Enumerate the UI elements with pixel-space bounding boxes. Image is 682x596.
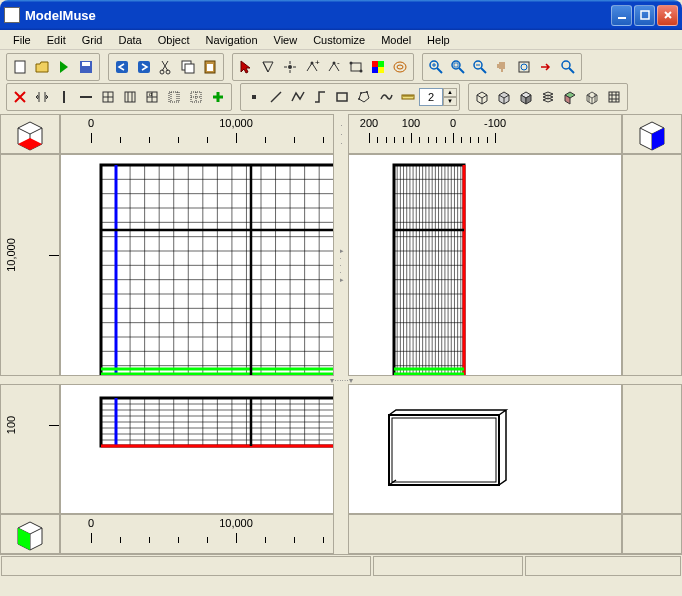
svg-text:α: α (149, 91, 153, 97)
paste-icon[interactable] (199, 56, 221, 78)
measure-icon[interactable] (397, 86, 419, 108)
show-grid-icon[interactable] (603, 86, 625, 108)
menu-customize[interactable]: Customize (306, 32, 372, 48)
splitter-vertical-bottom[interactable] (334, 384, 348, 514)
straight-line-icon[interactable] (309, 86, 331, 108)
viewport-top[interactable] (60, 154, 334, 376)
menu-view[interactable]: View (267, 32, 305, 48)
svg-point-19 (350, 62, 353, 65)
statusbar (0, 554, 682, 576)
zoom-out-icon[interactable] (469, 56, 491, 78)
grid-angle-icon[interactable]: α (141, 86, 163, 108)
svg-rect-22 (378, 61, 384, 67)
select-point-icon[interactable] (279, 56, 301, 78)
zoom-box-icon[interactable] (447, 56, 469, 78)
polygon-icon[interactable] (353, 86, 375, 108)
side-view-cube[interactable] (0, 514, 60, 554)
menu-edit[interactable]: Edit (40, 32, 73, 48)
vertex-remove-icon[interactable]: - (323, 56, 345, 78)
minimize-button[interactable] (611, 5, 632, 26)
viewport-side[interactable] (60, 384, 334, 514)
svg-rect-41 (337, 93, 347, 101)
run-icon[interactable] (53, 56, 75, 78)
contour-icon[interactable] (389, 56, 411, 78)
rectangle-icon[interactable] (331, 86, 353, 108)
line-icon[interactable] (265, 86, 287, 108)
3d-color-icon[interactable] (559, 86, 581, 108)
edit-vertices-icon[interactable] (345, 56, 367, 78)
3d-grid-icon[interactable] (581, 86, 603, 108)
splitter-vertical[interactable]: ··· (334, 114, 348, 154)
zoom-extents-icon[interactable] (557, 56, 579, 78)
menu-navigation[interactable]: Navigation (199, 32, 265, 48)
polyline-icon[interactable] (287, 86, 309, 108)
svg-text:+: + (315, 59, 320, 67)
ruler-bottom: 010,00020,000 (60, 514, 334, 554)
select-lasso-icon[interactable] (257, 56, 279, 78)
svg-point-16 (333, 62, 336, 65)
maximize-button[interactable] (634, 5, 655, 26)
3d-wire-icon[interactable] (471, 86, 493, 108)
3d-solid-icon[interactable] (515, 86, 537, 108)
svg-point-44 (366, 91, 368, 93)
menu-help[interactable]: Help (420, 32, 457, 48)
status-cell-1 (1, 556, 371, 576)
color-grid-icon[interactable] (367, 56, 389, 78)
zoom-fit-icon[interactable] (513, 56, 535, 78)
pointer-icon[interactable] (235, 56, 257, 78)
zoom-in-icon[interactable] (425, 56, 447, 78)
corner-br (622, 514, 682, 554)
new-file-icon[interactable] (9, 56, 31, 78)
copy-icon[interactable] (177, 56, 199, 78)
viewport-3d[interactable] (348, 384, 622, 514)
main-area: 010,00020,000 ··· 2001000-100 10,000 ▸··… (0, 114, 682, 554)
layer-down-icon[interactable]: ▼ (443, 97, 457, 106)
subdivide-icon[interactable] (97, 86, 119, 108)
3d-shell-icon[interactable] (493, 86, 515, 108)
layer-spinner[interactable] (419, 88, 443, 106)
menu-model[interactable]: Model (374, 32, 418, 48)
menu-file[interactable]: File (6, 32, 38, 48)
status-cell-3 (525, 556, 681, 576)
svg-rect-2 (15, 61, 25, 73)
cut-icon[interactable] (155, 56, 177, 78)
front-view-cube[interactable] (622, 114, 682, 154)
viewport-front[interactable] (348, 154, 622, 376)
top-view-cube[interactable] (0, 114, 60, 154)
svg-text:-: - (337, 59, 340, 67)
layer-up-icon[interactable]: ▲ (443, 88, 457, 97)
splitter-horizontal[interactable]: ▾ · · · · · · ▾ (0, 376, 682, 384)
svg-rect-24 (378, 67, 384, 73)
redo-icon[interactable] (133, 56, 155, 78)
vertex-add-icon[interactable]: + (301, 56, 323, 78)
goto-icon[interactable] (535, 56, 557, 78)
add-grid-icon[interactable] (207, 86, 229, 108)
ruler-bottom-right (622, 384, 682, 514)
status-cell-2 (373, 556, 523, 576)
move-col-icon[interactable] (31, 86, 53, 108)
freehand-icon[interactable] (375, 86, 397, 108)
svg-rect-12 (207, 64, 213, 71)
grid-edit-icon[interactable] (185, 86, 207, 108)
svg-point-20 (360, 70, 363, 73)
grid-hline-icon[interactable] (75, 86, 97, 108)
undo-icon[interactable] (111, 56, 133, 78)
save-icon[interactable] (75, 56, 97, 78)
delete-grid-icon[interactable] (9, 86, 31, 108)
grid-smooth-icon[interactable] (163, 86, 185, 108)
pan-icon[interactable] (491, 56, 513, 78)
ruler-top-left: 010,00020,000 (60, 114, 334, 154)
menu-data[interactable]: Data (111, 32, 148, 48)
svg-point-42 (358, 98, 360, 100)
3d-layers-icon[interactable] (537, 86, 559, 108)
menu-grid[interactable]: Grid (75, 32, 110, 48)
splitter-vertical-mid[interactable]: ▸···▸ (334, 154, 348, 376)
toolbar-area: + - α (0, 50, 682, 114)
svg-rect-35 (125, 92, 135, 102)
menu-object[interactable]: Object (151, 32, 197, 48)
grid-spacing-icon[interactable] (119, 86, 141, 108)
grid-line-icon[interactable] (53, 86, 75, 108)
point-icon[interactable] (243, 86, 265, 108)
open-file-icon[interactable] (31, 56, 53, 78)
close-button[interactable] (657, 5, 678, 26)
